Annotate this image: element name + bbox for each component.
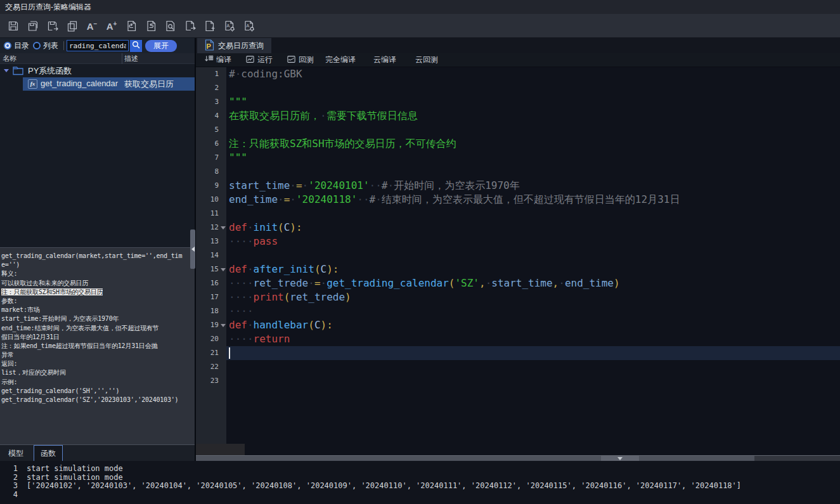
fold-marker-icon[interactable] — [221, 324, 226, 327]
code-line-11[interactable] — [226, 207, 840, 221]
splitter-collapse-handle[interactable] — [190, 229, 195, 269]
new-script-icon[interactable] — [202, 18, 218, 34]
code-line-12[interactable]: def·init(C): — [226, 221, 840, 235]
splitter-grip[interactable] — [601, 456, 639, 461]
script-run-settings-icon[interactable]: A — [241, 18, 257, 34]
fold-marker-icon[interactable] — [221, 226, 226, 229]
editor-tool-label: 完全编译 — [325, 55, 356, 65]
code-lines[interactable]: #·coding:GBK"""在获取交易日历前，·需要下载节假日信息注：只能获取… — [226, 67, 840, 444]
doc-line: 返回: — [1, 359, 193, 368]
radio-circle-icon — [4, 42, 11, 49]
output-line-number: 1 — [0, 465, 18, 474]
editor-tool-完全编译[interactable]: 完全编译 — [325, 55, 356, 65]
tab-trading-calendar-query[interactable]: P 交易日历查询 — [197, 38, 271, 53]
font-increase-icon[interactable]: A+ — [103, 18, 120, 34]
tree-folder-label: PY系统函数 — [28, 65, 72, 77]
line-number-gutter: 1234567891011121314151617181920212223 — [196, 67, 226, 444]
search-input[interactable] — [67, 40, 129, 51]
editor-tool-云编译[interactable]: 云编译 — [373, 55, 396, 65]
font-decrease-icon[interactable]: A− — [84, 18, 100, 34]
code-line-23[interactable] — [226, 374, 840, 388]
code-line-1[interactable]: #·coding:GBK — [226, 67, 840, 81]
search-button[interactable] — [130, 40, 142, 52]
tree-row-get_trading_calendar[interactable]: fxget_trading_calendar获取交易日历 — [0, 77, 195, 91]
code-line-21[interactable] — [226, 346, 840, 360]
editor-tool-运行[interactable]: 运行 — [245, 55, 273, 66]
save-all-icon[interactable] — [25, 18, 41, 34]
gutter-corner — [196, 444, 245, 455]
view-radio-目录[interactable]: 目录 — [4, 41, 29, 51]
editor-tool-label: 回测 — [299, 55, 314, 65]
code-line-3[interactable]: """ — [226, 95, 840, 109]
expand-arrow-icon[interactable] — [4, 69, 9, 72]
code-line-19[interactable]: def·handlebar(C): — [226, 318, 840, 332]
output-line-number: 2 — [0, 474, 18, 482]
editor-tool-云回测[interactable]: 云回测 — [415, 55, 438, 65]
redo-icon[interactable] — [143, 18, 159, 34]
editor-tool-编译[interactable]: 编译 — [204, 55, 231, 66]
code-line-6[interactable]: 注：只能获取SZ和SH市场的交易日历，不可传合约 — [226, 137, 840, 151]
code-line-20[interactable]: ····return — [226, 332, 840, 346]
export-script-icon[interactable] — [182, 18, 198, 34]
scrollbar-thumb[interactable] — [196, 456, 754, 461]
code-line-14[interactable] — [226, 249, 840, 262]
line-number: 22 — [210, 360, 219, 374]
doc-line: 假日当年的12月31日 — [1, 333, 193, 342]
tree-column-header[interactable]: 名称 描述 — [0, 53, 195, 64]
line-number: 13 — [210, 235, 219, 249]
svg-text:A: A — [247, 23, 250, 28]
save-icon[interactable] — [5, 18, 22, 34]
code-area[interactable]: 1234567891011121314151617181920212223 #·… — [196, 67, 840, 444]
output-line: 4 — [0, 491, 840, 500]
code-line-13[interactable]: ····pass — [226, 235, 840, 249]
horizontal-scrollbar[interactable] — [196, 455, 840, 461]
code-line-10[interactable]: end_time·=·'20240118'··#·结束时间，为空表示最大值，但不… — [226, 193, 840, 207]
line-number: 5 — [214, 123, 219, 137]
copy-icon[interactable] — [64, 18, 81, 34]
save-as-icon[interactable] — [44, 18, 61, 34]
doc-line: get_trading_calendar('SH','','') — [1, 387, 193, 396]
column-divider[interactable] — [122, 53, 122, 64]
column-desc[interactable]: 描述 — [124, 54, 138, 63]
editor-tab-bar: P 交易日历查询 — [196, 38, 840, 53]
output-line: 1start simulation mode — [0, 465, 840, 474]
output-line-number: 4 — [0, 491, 18, 500]
fold-marker-icon[interactable] — [221, 268, 226, 271]
code-line-2[interactable] — [226, 81, 840, 95]
radio-circle-icon — [33, 42, 41, 49]
line-number: 4 — [214, 109, 219, 123]
line-number: 9 — [214, 179, 219, 193]
bottom-tab-函数[interactable]: 函数 — [34, 445, 63, 461]
code-line-5[interactable] — [226, 123, 840, 137]
code-line-8[interactable] — [226, 165, 840, 179]
doc-line: 示例: — [1, 378, 193, 387]
radio-label: 列表 — [43, 41, 58, 51]
undo-icon[interactable] — [123, 18, 139, 34]
editor-tool-label: 编译 — [216, 55, 231, 65]
expand-button[interactable]: 展开 — [145, 40, 177, 52]
code-line-15[interactable]: def·after_init(C): — [226, 262, 840, 276]
column-name[interactable]: 名称 — [3, 54, 16, 63]
output-line-text: start simulation mode — [27, 474, 123, 482]
code-line-4[interactable]: 在获取交易日历前，·需要下载节假日信息 — [226, 109, 840, 123]
code-line-17[interactable]: ····print(ret_trede) — [226, 290, 840, 304]
script-settings-icon[interactable]: A — [221, 18, 238, 34]
doc-line: market:市场 — [1, 306, 193, 314]
view-radio-列表[interactable]: 列表 — [33, 41, 58, 51]
code-line-18[interactable]: ···· — [226, 304, 840, 318]
function-browser-panel: 目录列表 展开 名称 描述 PY系统函数fxget_trading_calend… — [0, 38, 195, 461]
line-number: 16 — [210, 276, 219, 290]
compile-icon — [204, 55, 214, 66]
doc-line: 异常 — [1, 351, 193, 359]
code-line-22[interactable] — [226, 360, 840, 374]
editor-tool-回测[interactable]: 回测 — [287, 55, 314, 66]
code-line-16[interactable]: ····ret_trede·=·get_trading_calendar('SZ… — [226, 276, 840, 290]
tree-row-PY系统函数[interactable]: PY系统函数 — [0, 64, 195, 77]
output-line-text: ['20240102', '20240103', '20240104', '20… — [27, 482, 741, 491]
bottom-tab-模型[interactable]: 模型 — [2, 446, 30, 461]
find-in-page-icon[interactable] — [162, 18, 179, 34]
doc-line: 注：只能获取SZ和SH市场的交易日历 — [1, 288, 193, 297]
output-line-text: start simulation mode — [27, 465, 123, 474]
code-line-7[interactable]: """ — [226, 151, 840, 165]
code-line-9[interactable]: start_time·=·'20240101'··#·开始时间，为空表示1970… — [226, 179, 840, 193]
